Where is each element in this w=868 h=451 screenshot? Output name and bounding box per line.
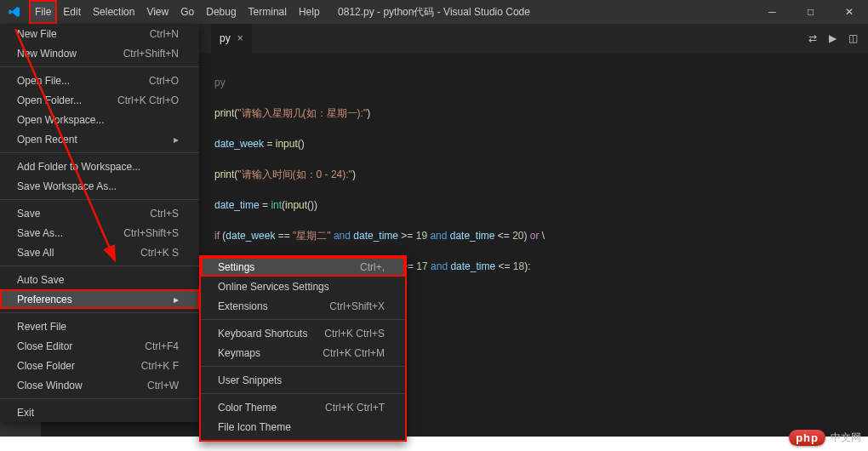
menu-debug[interactable]: Debug — [200, 0, 242, 24]
menu-item-shortcut: Ctrl+K Ctrl+M — [323, 347, 385, 359]
menu-item-close-window[interactable]: Close WindowCtrl+W — [0, 375, 199, 395]
menu-item-open-folder[interactable]: Open Folder...Ctrl+K Ctrl+O — [0, 90, 199, 110]
maximize-button[interactable]: □ — [791, 0, 830, 24]
menu-item-shortcut: Ctrl+K F — [141, 360, 179, 372]
title-bar: File Edit Selection View Go Debug Termin… — [0, 0, 868, 24]
menu-item-exit[interactable]: Exit — [0, 402, 199, 422]
menu-item-label: Open Recent — [17, 134, 174, 146]
menu-item-label: Open Workspace... — [17, 114, 179, 126]
compare-icon[interactable]: ⇄ — [808, 32, 817, 44]
menu-item-label: Exit — [17, 407, 179, 419]
menu-item-save-workspace-as[interactable]: Save Workspace As... — [0, 176, 199, 196]
menu-help[interactable]: Help — [293, 0, 326, 24]
menu-item-label: Revert File — [17, 321, 179, 333]
menu-item-label: New File — [17, 28, 150, 40]
menu-item-label: New Window — [17, 48, 123, 60]
menu-item-shortcut: Ctrl+Shift+X — [329, 300, 385, 312]
menu-file[interactable]: File — [29, 0, 57, 24]
menu-item-file-icon-theme[interactable]: File Icon Theme — [201, 417, 405, 437]
menu-item-label: Close Editor — [17, 340, 145, 352]
menu-item-online-services-settings[interactable]: Online Services Settings — [201, 277, 405, 296]
menu-item-close-folder[interactable]: Close FolderCtrl+K F — [0, 356, 199, 375]
menu-item-shortcut: Ctrl+F4 — [145, 340, 179, 352]
menu-item-shortcut: Ctrl+K S — [140, 247, 179, 259]
menu-separator — [0, 398, 199, 399]
watermark-text: 中文网 — [831, 431, 861, 445]
menu-item-shortcut: Ctrl+K Ctrl+T — [325, 402, 385, 414]
menu-separator — [0, 265, 199, 266]
menu-separator — [0, 199, 199, 200]
menu-item-save-as[interactable]: Save As...Ctrl+Shift+S — [0, 223, 199, 243]
menu-item-new-window[interactable]: New WindowCtrl+Shift+N — [0, 43, 199, 63]
menu-item-add-folder-to-workspace[interactable]: Add Folder to Workspace... — [0, 157, 199, 176]
menu-item-shortcut: Ctrl+N — [150, 28, 179, 40]
menu-item-keyboard-shortcuts[interactable]: Keyboard ShortcutsCtrl+K Ctrl+S — [201, 323, 405, 343]
menu-item-shortcut: Ctrl+K Ctrl+S — [324, 328, 385, 340]
menu-selection[interactable]: Selection — [87, 0, 140, 24]
menu-item-shortcut: Ctrl+W — [147, 380, 179, 391]
menu-item-label: Save All — [17, 247, 140, 259]
menu-item-preferences[interactable]: Preferences▸ — [0, 289, 199, 309]
menu-item-label: Preferences — [17, 294, 174, 305]
menu-go[interactable]: Go — [174, 0, 200, 24]
menu-item-open-file[interactable]: Open File...Ctrl+O — [0, 71, 199, 90]
preferences-submenu: SettingsCtrl+,Online Services SettingsEx… — [199, 255, 407, 442]
menu-separator — [0, 66, 199, 67]
watermark-pill: php — [789, 430, 825, 446]
split-editor-icon[interactable]: ◫ — [848, 32, 858, 44]
menu-item-revert-file[interactable]: Revert File — [0, 317, 199, 336]
menu-item-label: Online Services Settings — [218, 281, 385, 293]
menu-item-label: Close Folder — [17, 360, 141, 372]
menu-item-new-file[interactable]: New FileCtrl+N — [0, 24, 199, 43]
run-icon[interactable]: ▶ — [829, 32, 837, 44]
chevron-right-icon: ▸ — [174, 134, 179, 146]
menu-separator — [0, 312, 199, 313]
menu-item-shortcut: Ctrl+O — [149, 75, 179, 87]
menu-item-shortcut: Ctrl+S — [150, 208, 179, 220]
menu-item-label: Save Workspace As... — [17, 180, 179, 192]
close-icon[interactable]: × — [237, 32, 243, 44]
menu-item-keymaps[interactable]: KeymapsCtrl+K Ctrl+M — [201, 343, 405, 363]
menu-item-open-workspace[interactable]: Open Workspace... — [0, 110, 199, 129]
menu-item-user-snippets[interactable]: User Snippets — [201, 370, 405, 390]
menu-bar: File Edit Selection View Go Debug Termin… — [29, 0, 326, 24]
watermark: php 中文网 — [789, 430, 861, 446]
tab-label: py — [220, 32, 231, 44]
menu-item-label: Settings — [218, 261, 360, 273]
menu-item-label: Open File... — [17, 75, 149, 87]
menu-item-label: Keyboard Shortcuts — [218, 328, 324, 340]
menu-item-label: Close Window — [17, 380, 147, 391]
close-button[interactable]: ✕ — [830, 0, 868, 24]
menu-item-extensions[interactable]: ExtensionsCtrl+Shift+X — [201, 296, 405, 316]
menu-item-save[interactable]: SaveCtrl+S — [0, 203, 199, 223]
menu-separator — [0, 152, 199, 153]
menu-item-settings[interactable]: SettingsCtrl+, — [201, 257, 405, 277]
menu-item-auto-save[interactable]: Auto Save — [0, 270, 199, 289]
breadcrumb: py — [87, 75, 868, 90]
menu-item-save-all[interactable]: Save AllCtrl+K S — [0, 243, 199, 262]
menu-item-label: Color Theme — [218, 402, 325, 414]
menu-terminal[interactable]: Terminal — [243, 0, 293, 24]
menu-item-close-editor[interactable]: Close EditorCtrl+F4 — [0, 336, 199, 356]
editor-tab[interactable]: py × — [211, 24, 252, 53]
menu-edit[interactable]: Edit — [57, 0, 87, 24]
menu-item-label: Save As... — [17, 227, 123, 239]
vscode-window: File Edit Selection View Go Debug Termin… — [0, 0, 868, 437]
minimize-button[interactable]: ─ — [753, 0, 791, 24]
menu-item-open-recent[interactable]: Open Recent▸ — [0, 129, 199, 149]
chevron-right-icon: ▸ — [174, 294, 179, 305]
vscode-logo-icon — [0, 0, 29, 24]
menu-item-shortcut: Ctrl+Shift+S — [123, 227, 179, 239]
menu-view[interactable]: View — [140, 0, 174, 24]
menu-item-label: Open Folder... — [17, 94, 117, 106]
menu-item-color-theme[interactable]: Color ThemeCtrl+K Ctrl+T — [201, 397, 405, 417]
menu-item-shortcut: Ctrl+, — [360, 261, 385, 273]
menu-item-label: User Snippets — [218, 374, 385, 386]
menu-item-shortcut: Ctrl+Shift+N — [123, 48, 179, 60]
menu-item-label: Add Folder to Workspace... — [17, 161, 179, 173]
menu-separator — [201, 393, 405, 394]
menu-item-shortcut: Ctrl+K Ctrl+O — [117, 94, 179, 106]
menu-item-label: Auto Save — [17, 274, 179, 286]
file-menu-panel: New FileCtrl+NNew WindowCtrl+Shift+NOpen… — [0, 24, 199, 422]
menu-item-label: File Icon Theme — [218, 421, 385, 433]
